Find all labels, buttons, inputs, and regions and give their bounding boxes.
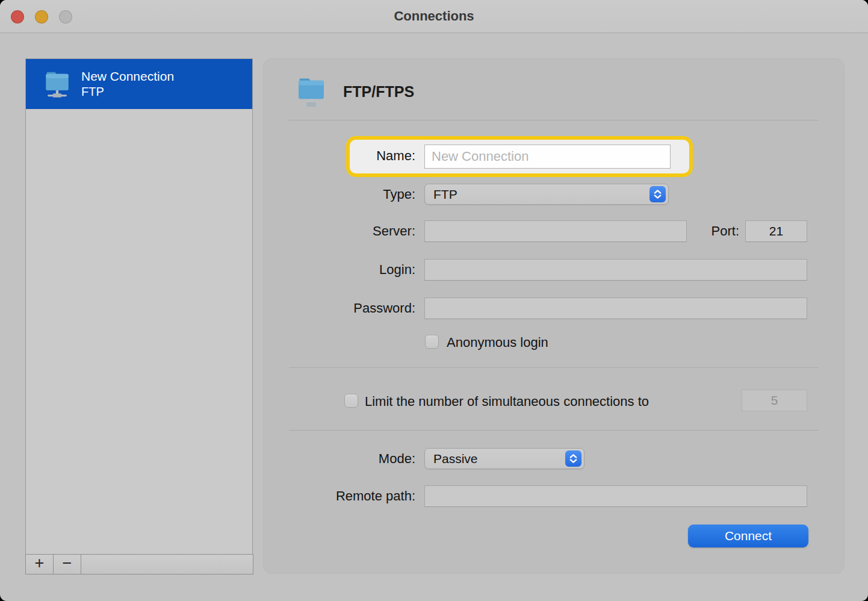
login-input[interactable] [424,259,807,281]
server-label: Server: [259,223,415,239]
anonymous-login-checkbox[interactable] [425,335,439,349]
divider [289,430,819,431]
connection-protocol: FTP [81,84,174,99]
port-input[interactable] [745,220,807,242]
type-label: Type: [259,187,415,202]
password-input[interactable] [424,297,807,319]
password-label: Password: [259,300,415,316]
connections-window: Connections New Connection FTP + − [0,0,868,601]
mode-value: Passive [425,452,565,466]
remove-connection-button[interactable]: − [54,555,81,574]
name-input[interactable] [424,145,671,169]
network-folder-icon [42,67,73,102]
limit-connections-label: Limit the number of simultaneous connect… [365,394,649,409]
divider [289,120,819,120]
port-label: Port: [667,223,739,239]
type-dropdown[interactable]: FTP [424,184,669,205]
connection-list-item[interactable]: New Connection FTP [26,59,252,109]
connection-item-text: New Connection FTP [81,69,174,99]
server-input[interactable] [424,220,687,242]
limit-count-input[interactable] [742,390,807,411]
login-label: Login: [259,262,415,278]
connections-list: New Connection FTP [25,58,253,555]
type-value: FTP [425,187,649,202]
mode-label: Mode: [259,451,415,467]
divider [289,367,819,368]
remote-path-input[interactable] [424,485,807,507]
mode-dropdown[interactable]: Passive [424,448,584,469]
window-title: Connections [0,8,868,24]
chevron-up-down-icon [565,450,581,467]
remote-path-label: Remote path: [259,488,415,504]
connect-button[interactable]: Connect [688,525,808,547]
connection-name: New Connection [81,69,174,84]
network-folder-icon [294,73,329,111]
chevron-up-down-icon [649,186,666,202]
title-bar: Connections [0,0,868,33]
list-toolbar: + − [25,554,253,575]
name-label: Name: [259,148,415,164]
limit-connections-checkbox[interactable] [344,394,358,408]
panel-title: FTP/FTPS [343,83,414,101]
anonymous-login-label: Anonymous login [447,335,548,350]
connection-details-panel: FTP/FTPS Name: Type: FTP Server: Port: L… [264,59,844,573]
add-connection-button[interactable]: + [26,555,54,574]
